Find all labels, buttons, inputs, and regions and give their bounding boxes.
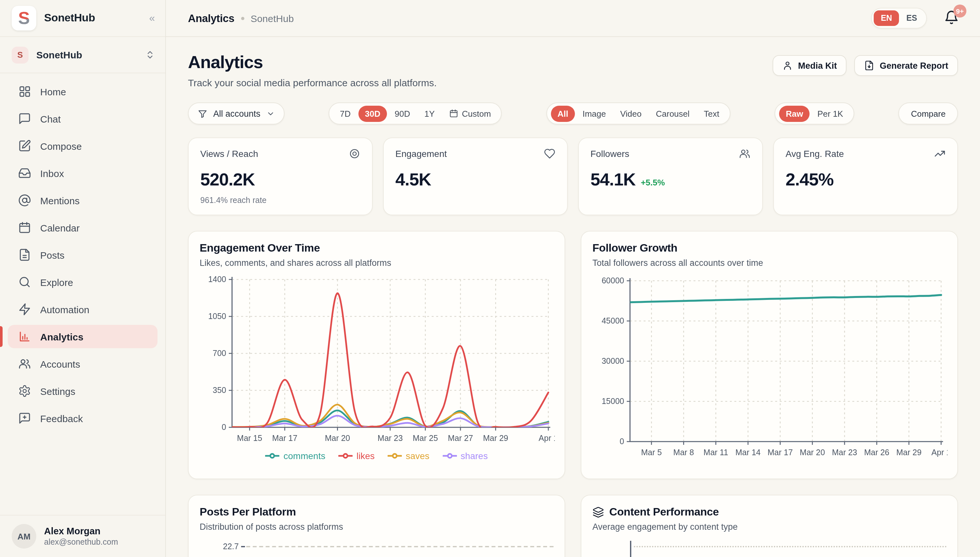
follower-growth-chart: 015000300004500060000Mar 5Mar 8Mar 11Mar… (592, 274, 947, 466)
sidebar-item-feedback[interactable]: Feedback (8, 407, 158, 430)
sidebar-item-automation[interactable]: Automation (8, 298, 158, 321)
chevron-down-icon (267, 109, 275, 118)
sidebar-item-label: Compose (40, 140, 82, 151)
svg-text:Mar 29: Mar 29 (483, 433, 508, 443)
filter-row: All accounts 7D30D90D1YCustom AllImageVi… (188, 103, 958, 124)
sidebar-item-mentions[interactable]: Mentions (8, 189, 158, 212)
language-es[interactable]: ES (899, 10, 924, 26)
legend-marker-icon (442, 453, 457, 459)
value-mode-group: RawPer 1K (775, 103, 854, 124)
automation-icon (18, 303, 31, 316)
engagement-chart-subtitle: Likes, comments, and shares across all p… (200, 258, 554, 268)
sidebar-item-explore[interactable]: Explore (8, 270, 158, 294)
account-filter[interactable]: All accounts (188, 103, 284, 124)
inbox-icon (18, 167, 31, 180)
user-avatar: AM (12, 524, 36, 549)
sidebar-item-label: Chat (40, 113, 60, 124)
legend-shares[interactable]: shares (442, 451, 488, 461)
svg-text:Mar 20: Mar 20 (800, 448, 825, 457)
axis-line (630, 541, 631, 557)
gridline-dotted (634, 546, 946, 547)
content-type-carousel[interactable]: Carousel (649, 105, 696, 122)
legend-saves[interactable]: saves (388, 451, 429, 461)
media-kit-button[interactable]: Media Kit (773, 55, 847, 76)
content-type-video[interactable]: Video (614, 105, 648, 122)
mentions-icon (18, 194, 31, 207)
compare-button[interactable]: Compare (899, 103, 958, 124)
trending-up-icon (934, 148, 946, 160)
main-area: Analytics SonetHub ENES 9+ Analytics Tra… (166, 0, 980, 557)
legend-marker-icon (265, 453, 280, 459)
sidebar-user[interactable]: AM Alex Morgan alex@sonethub.com (0, 515, 165, 557)
workspace-avatar: S (12, 46, 29, 63)
follower-chart-title: Follower Growth (592, 242, 946, 255)
stat-label: Followers (590, 148, 629, 159)
sidebar-item-settings[interactable]: Settings (8, 379, 158, 403)
page-content: Analytics Track your social media perfor… (166, 37, 980, 557)
svg-text:15000: 15000 (601, 396, 624, 406)
notifications-button[interactable]: 9+ (944, 10, 960, 26)
posts-per-platform-title: Posts Per Platform (200, 506, 554, 519)
svg-text:45000: 45000 (601, 316, 624, 325)
svg-text:Mar 17: Mar 17 (768, 448, 793, 457)
settings-icon (18, 384, 31, 397)
topbar: Analytics SonetHub ENES 9+ (166, 0, 980, 37)
time-range-90d[interactable]: 90D (388, 105, 417, 122)
content-type-all[interactable]: All (551, 105, 575, 122)
engagement-chart-legend: comments likes saves shares (200, 451, 554, 461)
generate-report-button[interactable]: Generate Report (854, 55, 958, 76)
sidebar-item-chat[interactable]: Chat (8, 107, 158, 130)
time-range-1y[interactable]: 1Y (418, 105, 441, 122)
stat-label: Views / Reach (200, 148, 258, 159)
content-performance-title: Content Performance (609, 506, 719, 519)
sidebar-collapse-icon[interactable]: « (149, 12, 155, 24)
legend-comments[interactable]: comments (265, 451, 325, 461)
sidebar-item-compose[interactable]: Compose (8, 134, 158, 158)
content-type-image[interactable]: Image (576, 105, 612, 122)
engagement-chart-card: Engagement Over Time Likes, comments, an… (188, 231, 565, 479)
posts-per-platform-card: Posts Per Platform Distribution of posts… (188, 495, 565, 557)
gridline-dashed (247, 546, 554, 547)
content-performance-card: Content Performance Average engagement b… (581, 495, 958, 557)
explore-icon (18, 275, 31, 288)
svg-text:Mar 14: Mar 14 (735, 448, 761, 457)
sidebar-item-label: Calendar (40, 222, 80, 233)
svg-text:Mar 5: Mar 5 (641, 448, 662, 457)
time-range-7d[interactable]: 7D (333, 105, 357, 122)
sidebar-item-analytics[interactable]: Analytics (8, 325, 158, 348)
sidebar-item-posts[interactable]: Posts (8, 243, 158, 267)
workspace-selector[interactable]: S SonetHub (0, 37, 165, 73)
stat-label: Engagement (395, 148, 447, 159)
heart-icon (544, 148, 556, 160)
sidebar-item-accounts[interactable]: Accounts (8, 352, 158, 375)
sidebar-item-calendar[interactable]: Calendar (8, 216, 158, 239)
legend-likes[interactable]: likes (338, 451, 375, 461)
stat-card-avg-eng-rate: Avg Eng. Rate 2.45% (773, 137, 958, 215)
value-mode-raw[interactable]: Raw (779, 105, 809, 122)
content-performance-subtitle: Average engagement by content type (592, 522, 946, 532)
svg-text:1050: 1050 (208, 311, 226, 321)
breadcrumb-section: Analytics (188, 12, 234, 24)
sidebar-item-label: Accounts (40, 358, 80, 369)
sidebar-item-inbox[interactable]: Inbox (8, 161, 158, 185)
content-type-group: AllImageVideoCarouselText (546, 103, 730, 124)
chat-icon (18, 112, 31, 125)
value-mode-per-1k[interactable]: Per 1K (811, 105, 850, 122)
account-filter-label: All accounts (213, 109, 260, 118)
time-range-custom[interactable]: Custom (442, 105, 497, 122)
time-range-30d[interactable]: 30D (358, 105, 387, 122)
sidebar-item-label: Settings (40, 386, 75, 396)
content-type-text[interactable]: Text (697, 105, 726, 122)
sidebar-item-home[interactable]: Home (8, 80, 158, 103)
legend-marker-icon (338, 453, 353, 459)
sidebar-header: S SonetHub « (0, 0, 165, 37)
calendar-icon (449, 109, 458, 118)
chevrons-up-down-icon (145, 50, 155, 60)
posts-per-platform-subtitle: Distribution of posts across platforms (200, 522, 554, 532)
stat-value: 2.45% (785, 170, 834, 190)
language-en[interactable]: EN (874, 10, 899, 26)
feedback-icon (18, 412, 31, 425)
svg-text:Mar 25: Mar 25 (413, 433, 438, 443)
sidebar-item-label: Inbox (40, 168, 64, 179)
svg-text:60000: 60000 (601, 276, 624, 285)
